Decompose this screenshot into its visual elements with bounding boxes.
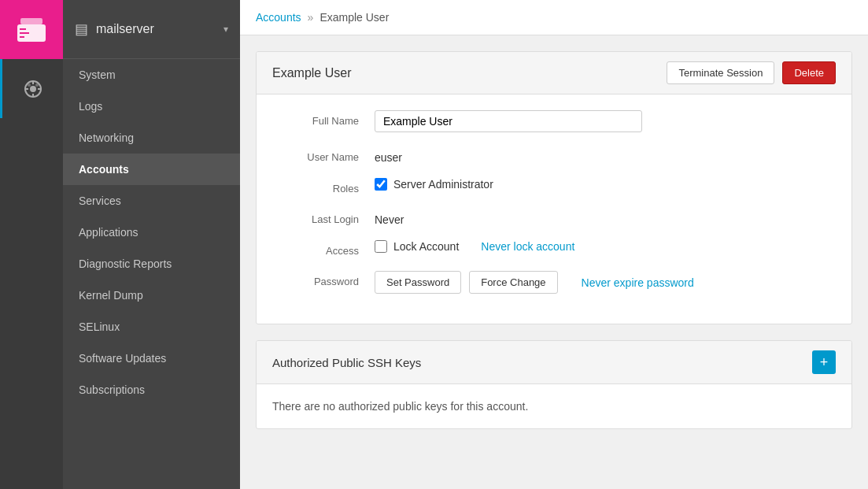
breadcrumb: Accounts » Example User xyxy=(240,0,868,35)
dashboard-icon xyxy=(22,78,44,100)
never-expire-link[interactable]: Never expire password xyxy=(582,276,694,289)
sidebar-item-system[interactable]: System xyxy=(63,59,240,91)
password-row: Password Set Password Force Change Never… xyxy=(280,271,828,294)
ssh-card-header: Authorized Public SSH Keys + xyxy=(257,341,851,384)
user-card-actions: Terminate Session Delete xyxy=(667,61,836,84)
sidebar-item-applications[interactable]: Applications xyxy=(63,217,240,248)
sidebar-item-accounts[interactable]: Accounts xyxy=(63,154,240,185)
terminate-session-button[interactable]: Terminate Session xyxy=(667,61,774,84)
breadcrumb-current: Example User xyxy=(319,11,389,24)
main-panel: Example User Terminate Session Delete Fu… xyxy=(240,35,868,461)
user-name-label: User Name xyxy=(280,146,359,163)
app-logo-area[interactable] xyxy=(0,0,63,59)
last-login-value: Never xyxy=(375,209,404,226)
full-name-input[interactable] xyxy=(375,110,642,132)
svg-rect-1 xyxy=(20,18,42,24)
access-row: Access Lock Account Never lock account xyxy=(280,240,828,257)
sidebar-item-software-updates[interactable]: Software Updates xyxy=(63,343,240,374)
ssh-card-body: There are no authorized public keys for … xyxy=(257,384,851,428)
server-admin-label[interactable]: Server Administrator xyxy=(393,178,493,191)
force-change-button[interactable]: Force Change xyxy=(469,271,557,294)
svg-point-11 xyxy=(28,83,31,87)
sidebar-item-services[interactable]: Services xyxy=(63,185,240,217)
breadcrumb-separator: » xyxy=(308,11,314,24)
ssh-empty-message: There are no authorized public keys for … xyxy=(272,400,528,413)
never-lock-link[interactable]: Never lock account xyxy=(481,240,574,253)
server-icon: ▤ xyxy=(75,20,88,38)
roles-label: Roles xyxy=(280,178,359,194)
content-area: Accounts » Example User Example User Ter… xyxy=(240,0,868,489)
last-login-row: Last Login Never xyxy=(280,209,828,226)
user-name-row: User Name euser xyxy=(280,146,828,164)
access-checkbox-row: Lock Account Never lock account xyxy=(375,240,828,253)
chevron-down-icon: ▾ xyxy=(223,24,228,35)
add-ssh-key-button[interactable]: + xyxy=(812,350,836,374)
sidebar-item-logs[interactable]: Logs xyxy=(63,91,240,122)
password-label: Password xyxy=(280,271,359,287)
sidebar-item-selinux[interactable]: SELinux xyxy=(63,311,240,343)
sidebar-nav: SystemLogsNetworkingAccountsServicesAppl… xyxy=(63,59,240,489)
icon-bar xyxy=(0,0,63,489)
roles-checkbox-row: Server Administrator xyxy=(375,178,828,191)
roles-row: Roles Server Administrator xyxy=(280,178,828,194)
access-label: Access xyxy=(280,240,359,257)
lock-account-checkbox[interactable] xyxy=(375,240,387,253)
user-card-header: Example User Terminate Session Delete xyxy=(257,52,851,94)
set-password-button[interactable]: Set Password xyxy=(375,271,461,294)
ssh-keys-card: Authorized Public SSH Keys + There are n… xyxy=(256,340,852,429)
sidebar: ▤ mailserver ▾ SystemLogsNetworkingAccou… xyxy=(63,0,240,489)
user-card-title: Example User xyxy=(272,66,351,80)
full-name-row: Full Name xyxy=(280,110,828,132)
sidebar-item-kernel-dump[interactable]: Kernel Dump xyxy=(63,280,240,311)
full-name-label: Full Name xyxy=(280,110,359,127)
breadcrumb-accounts-link[interactable]: Accounts xyxy=(256,11,301,24)
delete-button[interactable]: Delete xyxy=(782,61,836,84)
svg-point-12 xyxy=(35,83,39,87)
user-name-value: euser xyxy=(375,146,402,164)
sidebar-header[interactable]: ▤ mailserver ▾ xyxy=(63,0,240,59)
server-name: mailserver xyxy=(96,22,216,36)
password-actions: Set Password Force Change Never expire p… xyxy=(375,271,828,294)
svg-rect-2 xyxy=(20,28,26,30)
ssh-card-title: Authorized Public SSH Keys xyxy=(272,356,421,369)
svg-point-6 xyxy=(30,86,36,92)
user-card: Example User Terminate Session Delete Fu… xyxy=(256,51,852,324)
last-login-label: Last Login xyxy=(280,209,359,225)
dashboard-icon-item[interactable] xyxy=(0,59,63,118)
sidebar-item-networking[interactable]: Networking xyxy=(63,122,240,154)
sidebar-item-diagnostic-reports[interactable]: Diagnostic Reports xyxy=(63,248,240,280)
lock-account-label[interactable]: Lock Account xyxy=(393,240,459,253)
user-card-body: Full Name User Name euser Roles Server A… xyxy=(257,94,851,324)
svg-rect-3 xyxy=(20,32,29,34)
sidebar-item-subscriptions[interactable]: Subscriptions xyxy=(63,374,240,406)
server-admin-checkbox[interactable] xyxy=(375,178,387,191)
svg-rect-4 xyxy=(20,36,24,38)
app-logo-icon xyxy=(17,18,46,42)
